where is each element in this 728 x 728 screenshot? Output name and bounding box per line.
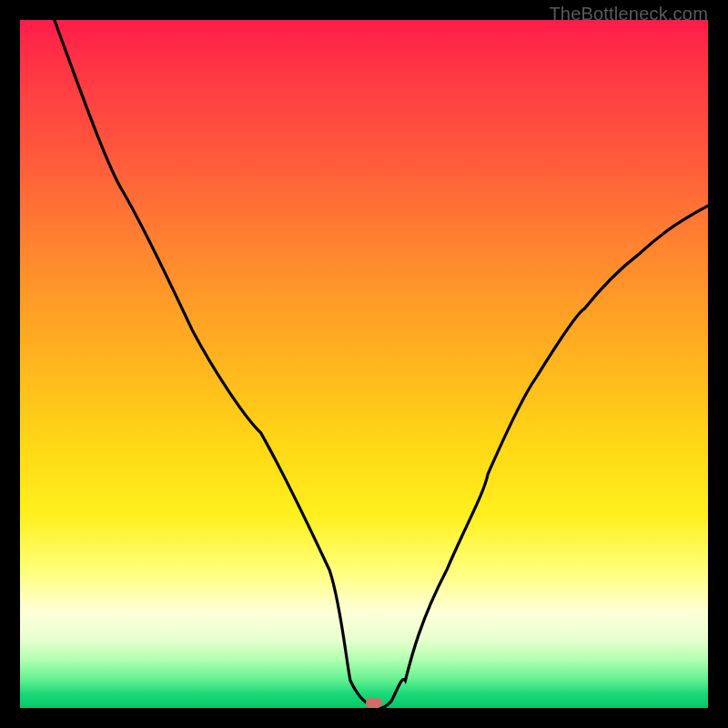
chart-frame <box>0 0 728 728</box>
watermark-text: TheBottleneck.com <box>549 4 708 25</box>
